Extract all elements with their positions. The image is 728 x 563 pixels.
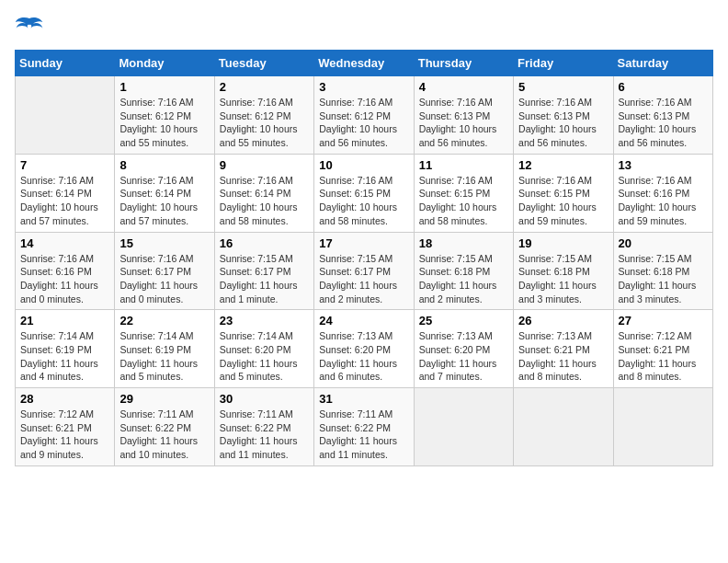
day-detail: Sunrise: 7:16 AMSunset: 6:12 PMDaylight:…	[220, 96, 309, 150]
col-header-friday: Friday	[514, 51, 613, 76]
day-number: 28	[20, 392, 109, 406]
calendar-cell: 4Sunrise: 7:16 AMSunset: 6:13 PMDaylight…	[414, 76, 513, 155]
day-detail: Sunrise: 7:13 AMSunset: 6:20 PMDaylight:…	[319, 329, 408, 384]
calendar-cell: 18Sunrise: 7:15 AMSunset: 6:18 PMDayligh…	[414, 232, 513, 310]
day-number: 23	[220, 314, 309, 327]
calendar-cell: 23Sunrise: 7:14 AMSunset: 6:20 PMDayligh…	[214, 310, 313, 388]
logo-icon	[15, 15, 44, 40]
calendar-cell: 16Sunrise: 7:15 AMSunset: 6:17 PMDayligh…	[214, 232, 313, 310]
day-detail: Sunrise: 7:12 AMSunset: 6:21 PMDaylight:…	[619, 329, 708, 384]
calendar-cell: 14Sunrise: 7:16 AMSunset: 6:16 PMDayligh…	[16, 232, 115, 310]
calendar-cell	[16, 76, 115, 155]
col-header-sunday: Sunday	[16, 51, 115, 76]
col-header-thursday: Thursday	[414, 51, 513, 76]
day-number: 27	[619, 314, 708, 327]
calendar-cell: 20Sunrise: 7:15 AMSunset: 6:18 PMDayligh…	[613, 232, 712, 310]
day-number: 26	[518, 314, 608, 327]
day-number: 17	[319, 236, 408, 250]
calendar-cell: 5Sunrise: 7:16 AMSunset: 6:13 PMDaylight…	[514, 76, 613, 155]
day-detail: Sunrise: 7:16 AMSunset: 6:12 PMDaylight:…	[319, 96, 408, 150]
col-header-monday: Monday	[115, 51, 214, 76]
day-number: 15	[119, 236, 209, 250]
calendar-cell: 26Sunrise: 7:13 AMSunset: 6:21 PMDayligh…	[514, 310, 613, 388]
logo	[15, 15, 48, 40]
calendar-cell: 29Sunrise: 7:11 AMSunset: 6:22 PMDayligh…	[115, 388, 214, 466]
calendar-cell: 7Sunrise: 7:16 AMSunset: 6:14 PMDaylight…	[16, 154, 115, 232]
day-detail: Sunrise: 7:15 AMSunset: 6:18 PMDaylight:…	[619, 252, 708, 306]
day-number: 29	[119, 392, 209, 406]
day-number: 12	[518, 158, 608, 172]
page-header	[15, 15, 713, 40]
calendar-cell: 3Sunrise: 7:16 AMSunset: 6:12 PMDaylight…	[314, 76, 414, 155]
day-detail: Sunrise: 7:16 AMSunset: 6:16 PMDaylight:…	[20, 252, 109, 306]
day-detail: Sunrise: 7:16 AMSunset: 6:16 PMDaylight:…	[619, 174, 708, 228]
day-number: 22	[119, 314, 209, 327]
day-number: 19	[518, 236, 608, 250]
day-detail: Sunrise: 7:16 AMSunset: 6:13 PMDaylight:…	[419, 96, 508, 150]
day-number: 14	[20, 236, 109, 250]
day-detail: Sunrise: 7:11 AMSunset: 6:22 PMDaylight:…	[220, 408, 309, 462]
calendar-week-3: 14Sunrise: 7:16 AMSunset: 6:16 PMDayligh…	[16, 232, 713, 310]
calendar-cell: 30Sunrise: 7:11 AMSunset: 6:22 PMDayligh…	[214, 388, 313, 466]
day-detail: Sunrise: 7:16 AMSunset: 6:13 PMDaylight:…	[619, 96, 708, 150]
calendar-cell: 28Sunrise: 7:12 AMSunset: 6:21 PMDayligh…	[16, 388, 115, 466]
calendar-cell: 25Sunrise: 7:13 AMSunset: 6:20 PMDayligh…	[414, 310, 513, 388]
day-detail: Sunrise: 7:15 AMSunset: 6:17 PMDaylight:…	[220, 252, 309, 306]
day-detail: Sunrise: 7:16 AMSunset: 6:17 PMDaylight:…	[119, 252, 209, 306]
calendar-header-row: SundayMondayTuesdayWednesdayThursdayFrid…	[16, 51, 713, 76]
day-number: 31	[319, 392, 408, 406]
day-number: 9	[220, 158, 309, 172]
day-detail: Sunrise: 7:14 AMSunset: 6:19 PMDaylight:…	[119, 329, 209, 384]
col-header-wednesday: Wednesday	[314, 51, 414, 76]
calendar-table: SundayMondayTuesdayWednesdayThursdayFrid…	[15, 50, 713, 466]
day-number: 21	[20, 314, 109, 327]
day-number: 10	[319, 158, 408, 172]
day-detail: Sunrise: 7:13 AMSunset: 6:20 PMDaylight:…	[419, 329, 508, 384]
calendar-cell: 12Sunrise: 7:16 AMSunset: 6:15 PMDayligh…	[514, 154, 613, 232]
day-number: 30	[220, 392, 309, 406]
day-detail: Sunrise: 7:16 AMSunset: 6:15 PMDaylight:…	[319, 174, 408, 228]
calendar-week-1: 1Sunrise: 7:16 AMSunset: 6:12 PMDaylight…	[16, 76, 713, 155]
day-detail: Sunrise: 7:16 AMSunset: 6:14 PMDaylight:…	[119, 174, 209, 228]
calendar-cell: 2Sunrise: 7:16 AMSunset: 6:12 PMDaylight…	[214, 76, 313, 155]
day-detail: Sunrise: 7:16 AMSunset: 6:14 PMDaylight:…	[20, 174, 109, 228]
day-detail: Sunrise: 7:15 AMSunset: 6:17 PMDaylight:…	[319, 252, 408, 306]
calendar-cell: 1Sunrise: 7:16 AMSunset: 6:12 PMDaylight…	[115, 76, 214, 155]
col-header-tuesday: Tuesday	[214, 51, 313, 76]
calendar-cell	[414, 388, 513, 466]
calendar-cell: 13Sunrise: 7:16 AMSunset: 6:16 PMDayligh…	[613, 154, 712, 232]
calendar-cell: 15Sunrise: 7:16 AMSunset: 6:17 PMDayligh…	[115, 232, 214, 310]
day-number: 6	[619, 80, 708, 94]
day-number: 16	[220, 236, 309, 250]
day-detail: Sunrise: 7:16 AMSunset: 6:15 PMDaylight:…	[419, 174, 508, 228]
day-detail: Sunrise: 7:15 AMSunset: 6:18 PMDaylight:…	[518, 252, 608, 306]
day-detail: Sunrise: 7:14 AMSunset: 6:20 PMDaylight:…	[220, 329, 309, 384]
calendar-cell: 9Sunrise: 7:16 AMSunset: 6:14 PMDaylight…	[214, 154, 313, 232]
day-detail: Sunrise: 7:12 AMSunset: 6:21 PMDaylight:…	[20, 408, 109, 462]
day-number: 11	[419, 158, 508, 172]
calendar-cell: 10Sunrise: 7:16 AMSunset: 6:15 PMDayligh…	[314, 154, 414, 232]
day-detail: Sunrise: 7:16 AMSunset: 6:15 PMDaylight:…	[518, 174, 608, 228]
day-number: 8	[119, 158, 209, 172]
day-number: 7	[20, 158, 109, 172]
calendar-week-2: 7Sunrise: 7:16 AMSunset: 6:14 PMDaylight…	[16, 154, 713, 232]
day-number: 24	[319, 314, 408, 327]
calendar-cell	[514, 388, 613, 466]
calendar-cell: 6Sunrise: 7:16 AMSunset: 6:13 PMDaylight…	[613, 76, 712, 155]
calendar-cell: 19Sunrise: 7:15 AMSunset: 6:18 PMDayligh…	[514, 232, 613, 310]
day-number: 2	[220, 80, 309, 94]
day-detail: Sunrise: 7:11 AMSunset: 6:22 PMDaylight:…	[319, 408, 408, 462]
day-detail: Sunrise: 7:11 AMSunset: 6:22 PMDaylight:…	[119, 408, 209, 462]
day-number: 18	[419, 236, 508, 250]
calendar-cell: 21Sunrise: 7:14 AMSunset: 6:19 PMDayligh…	[16, 310, 115, 388]
day-detail: Sunrise: 7:14 AMSunset: 6:19 PMDaylight:…	[20, 329, 109, 384]
day-number: 1	[119, 80, 209, 94]
calendar-cell: 22Sunrise: 7:14 AMSunset: 6:19 PMDayligh…	[115, 310, 214, 388]
day-number: 20	[619, 236, 708, 250]
day-detail: Sunrise: 7:16 AMSunset: 6:14 PMDaylight:…	[220, 174, 309, 228]
calendar-cell: 31Sunrise: 7:11 AMSunset: 6:22 PMDayligh…	[314, 388, 414, 466]
day-number: 25	[419, 314, 508, 327]
calendar-cell: 27Sunrise: 7:12 AMSunset: 6:21 PMDayligh…	[613, 310, 712, 388]
day-detail: Sunrise: 7:16 AMSunset: 6:13 PMDaylight:…	[518, 96, 608, 150]
day-number: 5	[518, 80, 608, 94]
